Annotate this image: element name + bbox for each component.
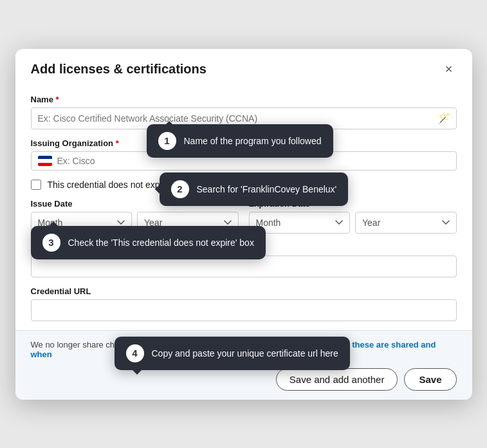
credential-url-field-group: Credential URL: [31, 286, 457, 321]
name-label: Name *: [31, 95, 457, 104]
tooltip-3-text: Check the 'This credential does not expi…: [68, 238, 254, 248]
modal-header: Add licenses & certifications ×: [15, 49, 472, 86]
tooltip-2-number: 2: [171, 180, 189, 198]
modal-title: Add licenses & certifications: [31, 62, 207, 77]
fields-area: Name * 🪄 Issuing Organization *: [31, 86, 457, 321]
credential-url-input[interactable]: [31, 299, 457, 321]
modal-backdrop: Add licenses & certifications × Name * 🪄: [0, 0, 487, 448]
no-expire-checkbox[interactable]: [31, 180, 41, 190]
tooltip-1-number: 1: [158, 132, 176, 150]
credential-url-label: Credential URL: [31, 286, 457, 296]
tooltip-1-text: Name of the program you followed: [184, 136, 322, 146]
modal-body: Name * 🪄 Issuing Organization *: [15, 86, 472, 321]
modal: Add licenses & certifications × Name * 🪄: [15, 49, 472, 400]
expiration-date-selects: Month Year: [249, 212, 457, 234]
tooltip-3: 3 Check the 'This credential does not ex…: [31, 226, 266, 259]
save-and-add-button[interactable]: Save and add another: [276, 368, 398, 391]
footer-actions: Save and add another Save: [31, 368, 457, 391]
tooltip-3-number: 3: [42, 234, 60, 252]
tooltip-1: 1 Name of the program you followed: [147, 124, 333, 158]
tooltip-4-text: Copy and paste your unique certificate u…: [152, 348, 338, 359]
tooltip-4: 4 Copy and paste your unique certificate…: [115, 337, 350, 370]
expiration-year-select[interactable]: Year: [355, 212, 457, 234]
tooltip-2: 2 Search for 'FranklinCovey Benelux': [160, 173, 349, 206]
close-button[interactable]: ×: [441, 61, 457, 78]
tooltip-4-number: 4: [126, 344, 144, 362]
org-flag-icon: [38, 156, 52, 166]
tooltip-2-text: Search for 'FranklinCovey Benelux': [197, 184, 337, 194]
magic-wand-icon: 🪄: [437, 112, 450, 124]
save-button[interactable]: Save: [404, 368, 456, 391]
